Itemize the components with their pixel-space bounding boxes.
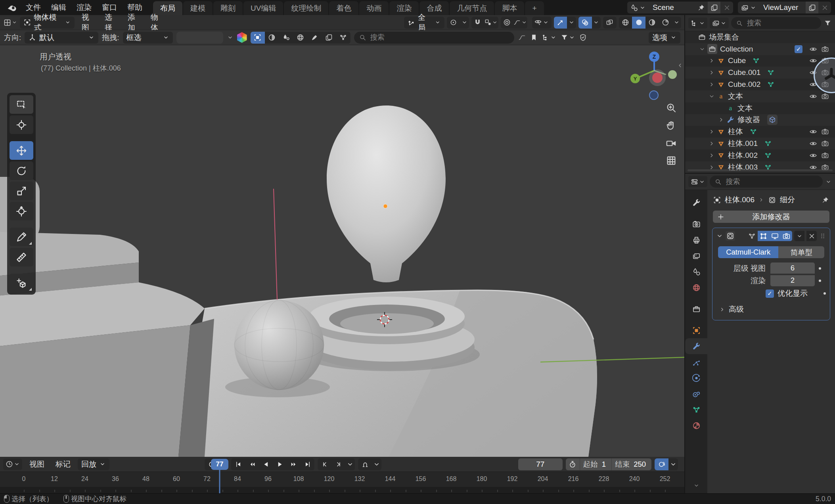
chevron-right-icon[interactable]: [707, 69, 716, 76]
orientation-dropdown[interactable]: 全局: [404, 17, 444, 29]
proportional-toggle[interactable]: [501, 17, 513, 29]
play-button[interactable]: [273, 458, 287, 470]
add-modifier-button[interactable]: 添加修改器: [713, 211, 829, 223]
chevron-right-icon[interactable]: [707, 57, 716, 64]
levels-viewport-field[interactable]: 6: [770, 263, 815, 274]
frame-step-dropdown[interactable]: [345, 458, 355, 470]
falloff-dropdown[interactable]: [513, 17, 527, 29]
workspace-tab-建模[interactable]: 建模: [183, 1, 213, 15]
chevron-right-icon[interactable]: [707, 152, 716, 159]
modifier-extras-dropdown[interactable]: [794, 231, 804, 241]
blender-logo-icon[interactable]: [3, 0, 21, 15]
breadcrumb-modifier[interactable]: 细分: [780, 195, 795, 205]
tab-particles-tab[interactable]: [685, 354, 707, 370]
animate-dot[interactable]: [820, 292, 830, 295]
workspace-tab-动画[interactable]: 动画: [359, 1, 389, 15]
editor-type-button[interactable]: [3, 17, 17, 29]
jump-to-end-button[interactable]: [301, 458, 314, 470]
tab-render-tab[interactable]: [685, 216, 707, 232]
next-frame-button[interactable]: [331, 458, 345, 470]
tab-modifiers-tab[interactable]: [685, 338, 707, 354]
animate-dot[interactable]: [815, 280, 825, 282]
workspace-tab-脚本[interactable]: 脚本: [495, 1, 524, 15]
chevron-right-icon[interactable]: [707, 140, 716, 147]
playhead[interactable]: 77: [211, 459, 228, 470]
hide-eye-icon[interactable]: [807, 45, 819, 53]
material-preview-icon[interactable]: [237, 32, 247, 43]
shading-dropdown[interactable]: [672, 17, 681, 29]
prev-frame-button[interactable]: [318, 458, 331, 470]
properties-options-icon[interactable]: [825, 178, 832, 185]
zoom-in-icon[interactable]: [665, 102, 677, 114]
tab-scene-tab[interactable]: [685, 264, 707, 280]
viewport-menu-选择[interactable]: 选择: [100, 12, 123, 33]
toolbar-search-input[interactable]: [370, 33, 509, 42]
workspace-tab-雕刻[interactable]: 雕刻: [213, 1, 243, 15]
sphere-half-icon[interactable]: [265, 32, 279, 44]
shading-material-button[interactable]: [645, 17, 659, 29]
toolbar-search[interactable]: [354, 32, 514, 44]
falloff-icon[interactable]: [518, 33, 526, 42]
gizmo-dropdown[interactable]: [567, 17, 576, 29]
overlays-dropdown[interactable]: [592, 17, 601, 29]
outliner-row[interactable]: Cube.002: [685, 79, 835, 90]
camera-view-icon[interactable]: [665, 137, 677, 149]
shading-solid-button[interactable]: [632, 17, 645, 29]
workspace-tab-+[interactable]: +: [525, 1, 544, 15]
levels-render-field[interactable]: 2: [770, 275, 815, 286]
measure-tool[interactable]: [10, 248, 33, 266]
properties-search-input[interactable]: [725, 177, 818, 186]
outliner-row[interactable]: Collection✓: [685, 43, 835, 55]
current-frame-field[interactable]: 77: [518, 458, 563, 470]
image-frame-icon[interactable]: [251, 32, 265, 44]
tab-viewlayer-tab[interactable]: [685, 248, 707, 264]
hide-eye-icon[interactable]: [807, 140, 819, 148]
shading-wireframe-button[interactable]: [619, 17, 632, 29]
transform-tool[interactable]: [10, 202, 33, 220]
outliner-row[interactable]: Cube.001: [685, 67, 835, 79]
simple-button[interactable]: 简单型: [778, 246, 824, 258]
brush-icon[interactable]: [308, 32, 322, 44]
workspace-tab-渲染[interactable]: 渲染: [389, 1, 419, 15]
overlays-toggle[interactable]: [578, 17, 592, 29]
rotate-tool[interactable]: [10, 161, 33, 180]
hierarchy-dropdown[interactable]: [542, 33, 557, 42]
filter-dropdown[interactable]: [560, 33, 575, 42]
disable-render-icon[interactable]: [819, 92, 831, 100]
workspace-tab-UV编辑[interactable]: UV编辑: [243, 1, 283, 15]
droplets-icon[interactable]: [279, 32, 293, 44]
start-frame-value[interactable]: 1: [601, 460, 611, 469]
outliner-row[interactable]: 柱体: [685, 126, 835, 138]
options-dropdown[interactable]: 选项: [649, 32, 680, 44]
next-keyframe-button[interactable]: [287, 458, 301, 470]
sync-dropdown[interactable]: [668, 458, 678, 470]
outliner-row[interactable]: a文本: [685, 102, 835, 114]
outliner-row[interactable]: 柱体.001: [685, 138, 835, 149]
show-viewport-toggle[interactable]: [769, 231, 781, 241]
modifier-panel-header[interactable]: [712, 228, 830, 244]
outliner-row[interactable]: 修改器: [685, 114, 835, 126]
chevron-right-icon[interactable]: [717, 116, 726, 123]
snap-toggle[interactable]: [471, 17, 484, 29]
tab-material-tab[interactable]: [685, 418, 707, 433]
shield-check-icon[interactable]: [579, 33, 587, 42]
properties-editor-type[interactable]: [688, 176, 707, 187]
collapsed-chevron-icon[interactable]: [227, 34, 234, 41]
timeline-ruler[interactable]: 0122436486072849610812013214415616818019…: [0, 472, 684, 487]
add-primitive-tool[interactable]: [10, 274, 33, 292]
timeline-scroll-strip[interactable]: [0, 487, 684, 493]
scale-tool[interactable]: [10, 182, 33, 200]
expand-chevron-icon[interactable]: [716, 232, 724, 240]
outliner-row[interactable]: Cube: [685, 55, 835, 67]
lock-range-button[interactable]: [358, 458, 372, 470]
timeline-editor-type[interactable]: [3, 459, 22, 470]
disable-render-icon[interactable]: [819, 140, 831, 148]
drag-handle-icon[interactable]: [819, 232, 827, 240]
properties-search[interactable]: [710, 176, 823, 188]
outliner-row[interactable]: 柱体.002: [685, 149, 835, 161]
tab-collection-tab[interactable]: [685, 301, 707, 317]
outliner-search-input[interactable]: [746, 19, 816, 28]
show-render-toggle[interactable]: [781, 231, 792, 241]
viewlayer-selector[interactable]: ViewLayer: [738, 2, 831, 13]
outliner-search[interactable]: [731, 17, 821, 29]
